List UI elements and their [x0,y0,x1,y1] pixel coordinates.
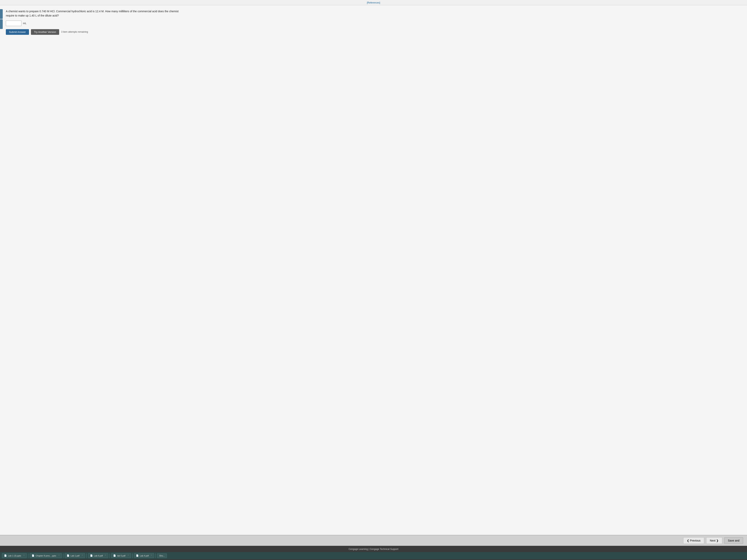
technical-support-link[interactable]: Cengage Technical Support [370,548,398,551]
file-icon-5: 📄 [136,554,139,557]
taskbar-label-5: Lab 4.pdf [140,555,149,557]
question-text: A chemist wants to prepare 0.740 M HCl. … [6,9,181,18]
next-label: Next [710,539,716,542]
taskbar: 📄 Lab 1 (3).pptx ⌃ 📄 Chapter 8 pres....p… [0,552,747,559]
file-icon-4: 📄 [113,554,116,557]
main-content: A chemist wants to prepare 0.740 M HCl. … [0,5,747,535]
chevron-icon-0: ⌃ [23,555,25,557]
taskbar-sep-1 [63,553,63,558]
unit-label: mL [23,22,26,25]
submit-answer-button[interactable]: Submit Answer [6,29,29,35]
references-link[interactable]: [References] [367,1,380,4]
taskbar-label-1: Chapter 8 pres....pptx [35,555,56,557]
navigation-bar: ❮ Previous Next ❯ Save and [0,535,747,546]
file-icon-3: 📄 [90,554,93,557]
taskbar-label-3: Lab 6.pdf [94,555,103,557]
chevron-icon-2: ⌃ [81,555,83,557]
previous-button[interactable]: ❮ Previous [683,537,704,544]
chevron-icon-1: ⌃ [58,555,60,557]
chevron-icon-4: ⌃ [127,555,129,557]
chevron-left-icon: ❮ [687,539,689,542]
answer-input[interactable] [6,21,21,26]
chevron-right-icon: ❯ [716,539,719,542]
button-row: Submit Answer Try Another Version 3 item… [6,29,741,35]
taskbar-label-2: Lab 1.pdf [71,555,80,557]
taskbar-sep-2 [86,553,87,558]
previous-label: Previous [690,539,700,542]
taskbar-item-1[interactable]: 📄 Chapter 8 pres....pptx ⌃ [30,553,62,558]
taskbar-item-2[interactable]: 📄 Lab 1.pdf ⌃ [65,553,85,558]
chevron-icon-5: ⌃ [151,555,152,557]
try-another-version-button[interactable]: Try Another Version [31,29,59,35]
chevron-icon-3: ⌃ [105,555,106,557]
file-icon-0: 📄 [4,554,7,557]
cengage-learning-link[interactable]: Cengage Learning [349,548,368,551]
taskbar-item-4[interactable]: 📄 lab 5.pdf ⌃ [111,553,131,558]
save-button[interactable]: Save and [724,537,743,544]
taskbar-item-5[interactable]: 📄 Lab 4.pdf ⌃ [134,553,154,558]
left-tab-1 [0,9,3,19]
footer-links: Cengage Learning | Cengage Technical Sup… [349,548,398,551]
taskbar-label-4: lab 5.pdf [117,555,125,557]
taskbar-sep-0 [28,553,28,558]
taskbar-item-6[interactable]: Sho... [157,553,167,558]
footer-separator: | [368,548,369,551]
taskbar-sep-5 [155,553,156,558]
next-button[interactable]: Next ❯ [706,537,722,544]
taskbar-label-0: Lab 1 (3).pptx [8,555,21,557]
footer-bar: Cengage Learning | Cengage Technical Sup… [0,546,747,560]
attempts-remaining-text: 3 item attempts remaining [61,30,88,33]
left-tabs [0,9,3,29]
taskbar-item-3[interactable]: 📄 Lab 6.pdf ⌃ [88,553,108,558]
taskbar-sep-3 [109,553,110,558]
answer-row: mL [6,21,741,26]
left-tab-2 [0,19,3,29]
references-bar: [References] [0,0,747,5]
file-icon-1: 📄 [32,554,34,557]
taskbar-item-0[interactable]: 📄 Lab 1 (3).pptx ⌃ [2,553,27,558]
taskbar-sep-4 [132,553,133,558]
file-icon-2: 📄 [67,554,70,557]
taskbar-label-6: Sho... [159,555,165,557]
